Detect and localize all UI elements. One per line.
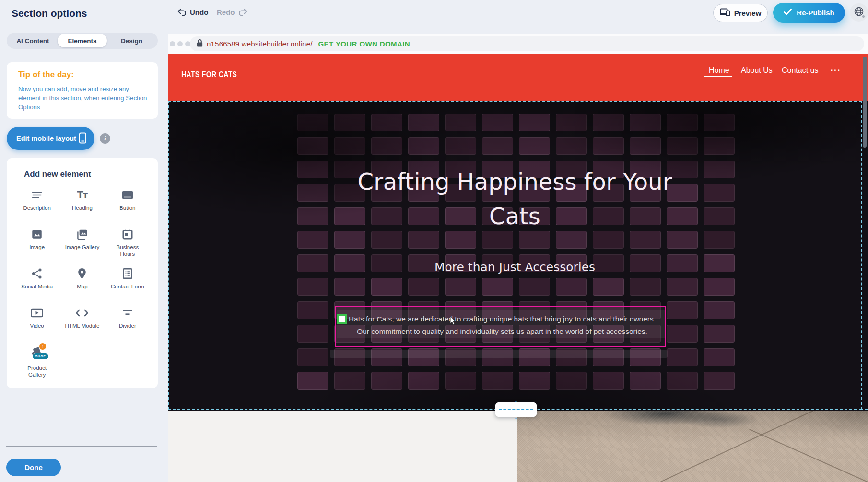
hero-tile: [482, 114, 513, 131]
hero-tile: [445, 231, 476, 249]
republish-label: Re-Publish: [797, 9, 834, 17]
element-description[interactable]: Description: [14, 188, 59, 219]
site-header: HATS FOR CATS Home About Us Contact us ·…: [168, 54, 868, 101]
element-map[interactable]: Map: [59, 266, 105, 298]
preview-button[interactable]: Preview: [713, 4, 768, 22]
heading-icon: Tᴛ: [77, 188, 87, 202]
nav-more-icon[interactable]: ···: [831, 66, 841, 75]
hero-tile: [667, 231, 698, 249]
get-domain-link[interactable]: GET YOUR OWN DOMAIN: [318, 40, 411, 48]
nav-active-underline: [704, 76, 732, 77]
tip-body: Now you can add, move and resize any ele…: [18, 84, 150, 112]
hero-tile: [519, 278, 550, 296]
hero-section[interactable]: Crafting Happiness for Your Cats More th…: [168, 101, 868, 411]
resize-dash-line: [499, 409, 533, 410]
tab-elements[interactable]: Elements: [58, 34, 107, 47]
language-globe-button[interactable]: [850, 3, 868, 22]
element-button[interactable]: Button: [105, 188, 150, 219]
hero-heading[interactable]: Crafting Happiness for Your Cats: [168, 164, 862, 233]
hero-tile: [297, 114, 328, 131]
element-heading[interactable]: Tᴛ Heading: [59, 188, 105, 219]
hero-tile: [704, 137, 735, 155]
shop-badge: SHOP: [33, 353, 48, 359]
nav-contact-us[interactable]: Contact us: [782, 66, 818, 75]
hero-tile: [408, 231, 439, 249]
panel-divider: [6, 446, 157, 447]
info-icon[interactable]: i: [100, 133, 110, 144]
hero-tile: [371, 372, 402, 390]
selected-paragraph-element[interactable]: Hats for Cats, we are dedicated to craft…: [335, 306, 666, 347]
element-grid: Description Tᴛ Heading Button Image: [14, 188, 150, 378]
hero-tile: [593, 372, 624, 390]
element-contact-form[interactable]: Contact Form: [105, 266, 150, 298]
add-element-title: Add new element: [24, 170, 91, 179]
hero-tile: [593, 278, 624, 296]
divider-icon: [121, 306, 134, 320]
site-url[interactable]: n1566589.websitebuilder.online/: [207, 40, 313, 48]
hero-tile: [445, 114, 476, 131]
done-button[interactable]: Done: [6, 459, 61, 476]
hero-tile: [704, 114, 735, 131]
redo-button[interactable]: Redo: [217, 8, 247, 16]
nav-about-us[interactable]: About Us: [741, 66, 773, 75]
canvas-scrollbar[interactable]: [863, 57, 867, 148]
arrow-up-icon: ↑: [514, 416, 518, 423]
element-business-hours[interactable]: Business Hours: [105, 227, 150, 259]
hero-tile: [556, 278, 587, 296]
hero-tile: [667, 137, 698, 155]
contact-form-icon: [121, 266, 134, 281]
hero-tile: [519, 114, 550, 131]
hero-tile: [371, 137, 402, 155]
tab-ai-content[interactable]: AI Content: [8, 34, 58, 47]
hero-tile: [371, 231, 402, 249]
description-icon: [31, 188, 43, 202]
hero-tile: [667, 372, 698, 390]
hero-tile: [297, 278, 328, 296]
undo-button[interactable]: Undo: [177, 8, 208, 16]
element-image[interactable]: Image: [14, 227, 59, 259]
html-module-icon: [75, 306, 89, 320]
image-gallery-icon: [75, 227, 89, 241]
site-logo[interactable]: HATS FOR CATS: [181, 70, 237, 80]
section-resize-handle[interactable]: ↓ ↑: [495, 402, 537, 417]
republish-button[interactable]: Re-Publish: [773, 3, 845, 23]
nav-home[interactable]: Home: [709, 66, 729, 75]
devices-icon: [720, 8, 730, 18]
hero-tile: [519, 231, 550, 249]
resize-handle-left[interactable]: [337, 314, 347, 324]
hero-tile: [630, 114, 661, 131]
hero-tile: [371, 114, 402, 131]
hero-tile: [556, 372, 587, 390]
floor-tiles-photo: [517, 411, 868, 482]
tab-design[interactable]: Design: [107, 34, 156, 47]
hero-tile: [297, 301, 328, 319]
hero-tile: [408, 137, 439, 155]
tip-of-the-day-card: Tip of the day: Now you can add, move an…: [7, 62, 158, 119]
element-html-module[interactable]: HTML Module: [59, 306, 105, 337]
social-media-icon: [31, 266, 43, 281]
window-dots: [170, 41, 190, 46]
element-divider[interactable]: Divider: [105, 306, 150, 337]
mobile-phone-icon: [79, 132, 87, 145]
hero-tile: [704, 231, 735, 249]
hero-tile: [408, 278, 439, 296]
hero-tile: [482, 278, 513, 296]
edit-mobile-layout-button[interactable]: Edit mobile layout: [7, 127, 94, 150]
element-social-media[interactable]: Social Media: [14, 266, 59, 298]
hero-tile: [371, 278, 402, 296]
hero-tile: [334, 114, 365, 131]
address-bar[interactable]: n1566589.websitebuilder.online/ GET YOUR…: [190, 36, 864, 51]
hero-tile: [556, 137, 587, 155]
hero-tile: [519, 372, 550, 390]
hero-tile: [445, 372, 476, 390]
element-product-gallery[interactable]: ↑ SHOP Product Gallery: [14, 345, 59, 378]
page-title: Section options: [12, 8, 87, 19]
hero-tile: [556, 231, 587, 249]
hero-tile: [704, 278, 735, 296]
hero-paragraph[interactable]: Hats for Cats, we are dedicated to craft…: [346, 313, 658, 338]
hero-subheading[interactable]: More than Just Accessories: [168, 259, 862, 276]
hero-tile: [334, 372, 365, 390]
element-video[interactable]: Video: [14, 306, 59, 337]
hero-tile-grid: [297, 114, 735, 390]
element-image-gallery[interactable]: Image Gallery: [59, 227, 105, 259]
